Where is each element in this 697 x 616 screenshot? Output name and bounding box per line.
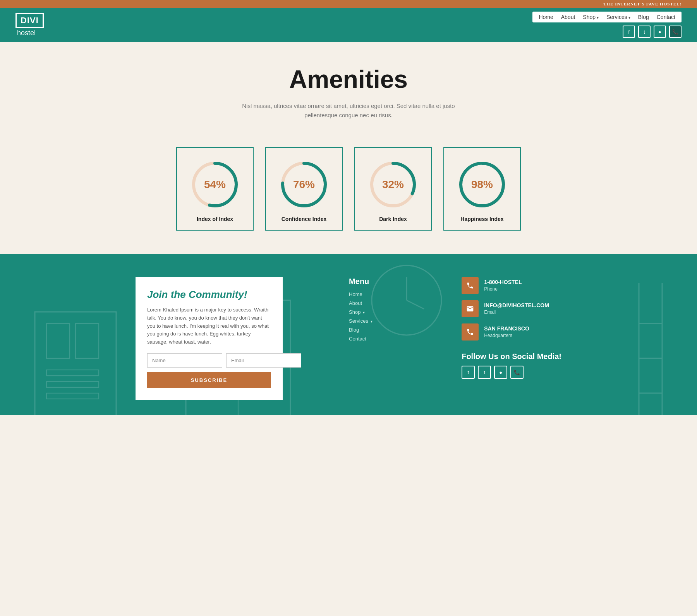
main-nav: Home About Shop▾ Services▾ Blog Contact — [532, 12, 682, 22]
hero-section: Amenities Nisl massa, ultrices vitae orn… — [0, 42, 697, 135]
metric-card-3: 98% Happiness Index — [443, 147, 521, 231]
site-header: DIVI hostel Home About Shop▾ Services▾ B… — [0, 8, 697, 42]
tagline: THE INTERNET'S FAVE HOSTEL! — [603, 2, 682, 6]
contact-label-1: Email — [484, 310, 496, 315]
whatsapp-icon[interactable]: 📞 — [669, 26, 682, 38]
contact-label-2: Headquarters — [484, 333, 512, 338]
footer-menu-item-about[interactable]: About — [349, 300, 395, 306]
footer-social-icons: f t ● 📞 — [462, 366, 561, 379]
footer-inner: Join the Community! Lorem Khaled Ipsum i… — [136, 277, 561, 400]
nav-services[interactable]: Services▾ — [606, 14, 630, 20]
name-input[interactable] — [147, 353, 222, 368]
svg-rect-11 — [46, 370, 99, 376]
logo-hostel: hostel — [15, 29, 36, 37]
location-contact-icon — [462, 323, 479, 341]
contact-text-2: SAN FRANCISCO Headquarters — [484, 325, 529, 339]
contact-text-1: INFO@DIVIHOSTEL.COM Email — [484, 302, 549, 315]
services-chevron-icon: ▾ — [628, 15, 630, 20]
svg-rect-13 — [46, 393, 99, 399]
community-box: Join the Community! Lorem Khaled Ipsum i… — [136, 277, 283, 400]
metric-percent-3: 98% — [471, 178, 493, 191]
footer-menu-item-home[interactable]: Home — [349, 291, 395, 297]
facebook-icon[interactable]: f — [623, 26, 635, 38]
logo-divi: DIVI — [15, 13, 44, 28]
top-bar: THE INTERNET'S FAVE HOSTEL! — [0, 0, 697, 8]
shop-chevron-icon: ▾ — [597, 15, 599, 20]
nav-about[interactable]: About — [561, 14, 575, 20]
subscribe-button[interactable]: SUBSCRIBE — [147, 372, 271, 388]
footer-twitter-icon[interactable]: t — [478, 366, 491, 379]
footer-menu-item-blog[interactable]: Blog — [349, 327, 395, 333]
svg-rect-8 — [35, 312, 116, 415]
email-contact-icon — [462, 300, 479, 317]
metric-label-1: Confidence Index — [282, 216, 327, 222]
nav-shop[interactable]: Shop▾ — [583, 14, 599, 20]
footer-menu-items: HomeAboutShop ▾Services ▾BlogContact — [349, 291, 395, 342]
nav-home[interactable]: Home — [539, 14, 553, 20]
metric-card-1: 76% Confidence Index — [265, 147, 343, 231]
contact-value-2: SAN FRANCISCO — [484, 325, 529, 332]
contact-value-1: INFO@DIVIHOSTEL.COM — [484, 302, 549, 308]
shop-chevron-icon: ▾ — [362, 310, 365, 315]
nav-contact[interactable]: Contact — [657, 14, 675, 20]
metric-card-0: 54% Index of Index — [176, 147, 254, 231]
metric-circle-3: 98% — [457, 159, 507, 210]
community-body: Lorem Khaled Ipsum is a major key to suc… — [147, 306, 271, 346]
footer-menu-item-services[interactable]: Services ▾ — [349, 318, 395, 324]
contact-text-0: 1-800-HOSTEL Phone — [484, 279, 522, 292]
metric-circle-0: 54% — [190, 159, 240, 210]
metrics-section: 54% Index of Index 76% Confidence Index … — [0, 135, 697, 254]
svg-rect-10 — [76, 323, 99, 358]
footer-menu: Menu HomeAboutShop ▾Services ▾BlogContac… — [349, 277, 395, 400]
instagram-icon[interactable]: ● — [654, 26, 666, 38]
email-input[interactable] — [226, 353, 301, 368]
metric-card-2: 32% Dark Index — [354, 147, 432, 231]
nav-blog[interactable]: Blog — [638, 14, 649, 20]
metric-percent-0: 54% — [204, 178, 226, 191]
footer-social: Follow Us on Social Media! f t ● 📞 — [462, 352, 561, 379]
footer-instagram-icon[interactable]: ● — [494, 366, 507, 379]
metric-circle-2: 32% — [368, 159, 418, 210]
footer-menu-item-contact[interactable]: Contact — [349, 336, 395, 342]
metric-percent-2: 32% — [382, 178, 404, 191]
services-chevron-icon: ▾ — [369, 319, 373, 323]
community-heading: Join the Community! — [147, 289, 271, 301]
metric-label-3: Happiness Index — [460, 216, 503, 222]
hero-subtitle: Nisl massa, ultrices vitae ornare sit am… — [232, 101, 465, 120]
footer-contact: 1-800-HOSTEL Phone INFO@DIVIHOSTEL.COM E… — [462, 277, 561, 341]
metric-label-2: Dark Index — [379, 216, 407, 222]
metric-circle-1: 76% — [279, 159, 329, 210]
footer-whatsapp-icon[interactable]: 📞 — [510, 366, 524, 379]
contact-label-0: Phone — [484, 286, 498, 292]
metric-label-0: Index of Index — [197, 216, 233, 222]
header-social-icons: f t ● 📞 — [623, 26, 682, 38]
site-footer: Join the Community! Lorem Khaled Ipsum i… — [0, 254, 697, 415]
footer-social-heading: Follow Us on Social Media! — [462, 352, 561, 361]
twitter-icon[interactable]: t — [638, 26, 651, 38]
svg-rect-9 — [46, 323, 70, 358]
contact-value-0: 1-800-HOSTEL — [484, 279, 522, 285]
contact-item-email: INFO@DIVIHOSTEL.COM Email — [462, 300, 561, 317]
header-right: Home About Shop▾ Services▾ Blog Contact … — [532, 12, 682, 38]
footer-contact-social: 1-800-HOSTEL Phone INFO@DIVIHOSTEL.COM E… — [462, 277, 561, 400]
footer-facebook-icon[interactable]: f — [462, 366, 475, 379]
metric-percent-1: 76% — [293, 178, 315, 191]
contact-item-phone: 1-800-HOSTEL Phone — [462, 277, 561, 294]
contact-item-location: SAN FRANCISCO Headquarters — [462, 323, 561, 341]
subscribe-form-row — [147, 353, 271, 368]
phone-contact-icon — [462, 277, 479, 294]
footer-menu-item-shop[interactable]: Shop ▾ — [349, 309, 395, 315]
svg-rect-12 — [46, 382, 99, 387]
logo: DIVI hostel — [15, 13, 44, 37]
footer-menu-heading: Menu — [349, 277, 395, 286]
page-title: Amenities — [15, 65, 682, 94]
